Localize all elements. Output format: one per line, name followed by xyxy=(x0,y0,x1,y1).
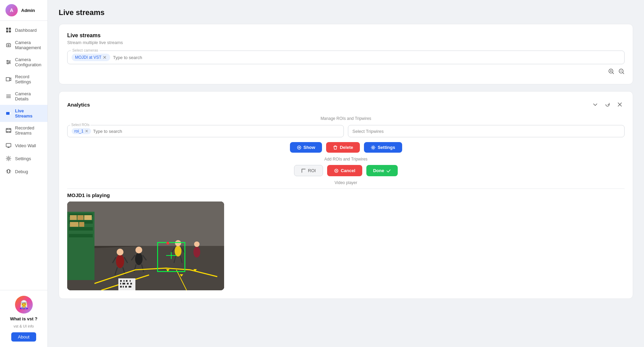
analytics-refresh-button[interactable] xyxy=(603,100,612,109)
select-rois-label: Select ROIs xyxy=(70,123,90,127)
sidebar-label-dashboard: Dashboard xyxy=(15,28,37,33)
add-action-row: ROI Cancel Done xyxy=(67,165,625,176)
analytics-title: Analytics xyxy=(67,102,90,108)
bug-icon xyxy=(5,168,12,175)
avatar: A xyxy=(5,4,18,16)
sidebar-item-video-wall[interactable]: Video Wall xyxy=(0,139,47,152)
camera-icon xyxy=(5,42,12,48)
sidebar-label-settings: Settings xyxy=(15,156,31,161)
svg-rect-27 xyxy=(77,215,84,220)
camera-tag-label: MOJDI at VST xyxy=(75,55,101,60)
settings-sliders-icon xyxy=(5,59,12,65)
warehouse-scene xyxy=(67,202,224,290)
analytics-close-button[interactable] xyxy=(615,100,625,109)
svg-point-16 xyxy=(372,147,374,148)
delete-button-label: Delete xyxy=(340,145,353,150)
sidebar-header: A Admin xyxy=(0,0,47,21)
sidebar-footer: 🧝‍♀️ What is vst ? vst & UI info About xyxy=(0,290,47,347)
svg-rect-8 xyxy=(6,112,10,115)
record-icon xyxy=(5,76,12,82)
svg-rect-1 xyxy=(9,28,11,30)
svg-point-50 xyxy=(194,241,200,247)
sidebar-item-camera-details[interactable]: Camera Details xyxy=(0,88,47,105)
sidebar-item-live-streams[interactable]: Live Streams xyxy=(0,105,47,122)
sidebar-item-recorded-streams[interactable]: Recorded Streams xyxy=(0,122,47,139)
sidebar-label-live-streams: Live Streams xyxy=(15,108,42,119)
done-button-label: Done xyxy=(373,168,384,173)
camera-tag-mojdi[interactable]: MOJDI at VST ✕ xyxy=(72,54,110,61)
sidebar-item-dashboard[interactable]: Dashboard xyxy=(0,24,47,37)
add-rois-label: Add ROIs and Tripwires xyxy=(67,157,625,162)
roi-search-input[interactable] xyxy=(93,129,339,134)
show-button-label: Show xyxy=(304,145,316,150)
sidebar-label-debug: Debug xyxy=(15,169,28,174)
svg-point-31 xyxy=(116,254,124,268)
done-button[interactable]: Done xyxy=(366,165,398,176)
vst-label: What is vst ? xyxy=(10,316,37,321)
main-content: Live streams Live streams Stream multipl… xyxy=(48,0,644,347)
sidebar-label-record-settings: Record Settings xyxy=(15,74,42,84)
video-player-label: Video player xyxy=(67,180,625,185)
show-button[interactable]: Show xyxy=(290,142,322,153)
svg-rect-26 xyxy=(70,215,77,220)
svg-point-32 xyxy=(117,249,123,255)
zoom-in-button[interactable] xyxy=(608,68,614,76)
select-tripwires-box[interactable]: Select Tripwires xyxy=(348,125,625,137)
svg-point-5 xyxy=(7,60,8,61)
svg-point-15 xyxy=(298,147,300,148)
svg-rect-69 xyxy=(125,286,127,288)
svg-rect-29 xyxy=(70,222,78,227)
manage-rois-label: Manage ROIs and Tripwires xyxy=(67,115,625,121)
camera-tag-remove-icon[interactable]: ✕ xyxy=(103,55,107,60)
film-icon xyxy=(5,127,12,134)
roi-tag: roi_1 ✕ xyxy=(72,128,91,134)
live-streams-card-title: Live streams xyxy=(67,32,625,39)
analytics-card: Analytics Manage ROIs and Tripwires Sele… xyxy=(59,91,633,299)
svg-rect-0 xyxy=(6,28,8,30)
svg-rect-28 xyxy=(84,215,92,220)
svg-rect-30 xyxy=(79,222,84,227)
delete-button[interactable]: Delete xyxy=(326,142,360,153)
svg-rect-2 xyxy=(6,30,8,32)
svg-rect-60 xyxy=(123,280,125,282)
sidebar-item-record-settings[interactable]: Record Settings xyxy=(0,71,47,88)
settings-button[interactable]: Settings xyxy=(364,142,402,153)
svg-rect-68 xyxy=(123,286,124,288)
svg-rect-63 xyxy=(120,283,121,284)
select-cameras-label: Select cameras xyxy=(71,48,100,52)
analytics-collapse-button[interactable] xyxy=(590,100,600,109)
svg-rect-65 xyxy=(127,283,129,284)
svg-rect-62 xyxy=(130,280,131,282)
cancel-button-label: Cancel xyxy=(341,168,355,173)
svg-rect-70 xyxy=(129,286,131,288)
svg-rect-24 xyxy=(69,227,93,231)
svg-point-44 xyxy=(175,240,181,246)
roi-tag-remove-icon[interactable]: ✕ xyxy=(85,129,88,134)
roi-button[interactable]: ROI xyxy=(294,165,323,176)
video-playing-label: MOJD1 is playing xyxy=(67,192,625,198)
sidebar-label-camera-configuration: Camera Configuration xyxy=(15,57,42,67)
sidebar-label-recorded-streams: Recorded Streams xyxy=(15,125,42,136)
svg-point-49 xyxy=(193,247,200,258)
svg-rect-66 xyxy=(130,283,132,284)
live-streams-card-subtitle: Stream multiple live streams xyxy=(67,40,625,45)
sidebar-item-camera-configuration[interactable]: Camera Configuration xyxy=(0,54,47,71)
about-button[interactable]: About xyxy=(11,332,36,342)
svg-point-6 xyxy=(9,62,10,63)
svg-rect-61 xyxy=(126,280,128,282)
sidebar-item-camera-management[interactable]: Camera Management xyxy=(0,37,47,54)
settings-button-label: Settings xyxy=(378,145,395,150)
cancel-button[interactable]: Cancel xyxy=(327,165,362,176)
svg-rect-67 xyxy=(120,286,122,288)
camera-search-input[interactable] xyxy=(113,55,620,60)
select-rois-box[interactable]: Select ROIs roi_1 ✕ xyxy=(67,125,344,137)
svg-rect-3 xyxy=(9,30,11,32)
zoom-out-button[interactable] xyxy=(618,68,625,76)
zoom-controls xyxy=(67,68,625,76)
sidebar-item-settings[interactable]: Settings xyxy=(0,152,47,165)
sidebar-label-video-wall: Video Wall xyxy=(15,143,36,148)
page-title: Live streams xyxy=(59,8,633,17)
svg-point-54 xyxy=(166,242,169,245)
username-label: Admin xyxy=(21,8,35,13)
sidebar-item-debug[interactable]: Debug xyxy=(0,165,47,178)
